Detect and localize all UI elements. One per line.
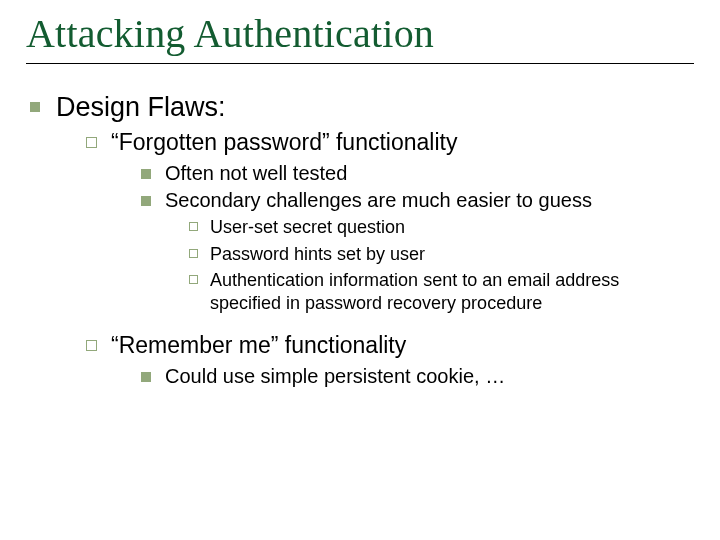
hollow-square-bullet-icon	[189, 275, 198, 284]
list-item: Design Flaws: “Forgotten password” funct…	[30, 92, 694, 414]
list-item: Password hints set by user	[189, 243, 694, 270]
list-item: Often not well tested	[141, 162, 694, 189]
square-bullet-icon	[141, 372, 151, 382]
level-4-list: User-set secret question Password hints …	[189, 216, 694, 318]
list-item: Secondary challenges are much easier to …	[141, 189, 694, 322]
level-3-list: Often not well tested Secondary challeng…	[141, 162, 694, 322]
level-1-text: Design Flaws:	[56, 92, 226, 122]
level-4-text: User-set secret question	[210, 217, 405, 237]
hollow-square-bullet-icon	[86, 340, 97, 351]
square-bullet-icon	[30, 102, 40, 112]
hollow-square-bullet-icon	[189, 222, 198, 231]
slide-title: Attacking Authentication	[26, 10, 694, 57]
level-3-list: Could use simple persistent cookie, …	[141, 365, 694, 392]
hollow-square-bullet-icon	[86, 137, 97, 148]
title-rule	[26, 63, 694, 64]
level-3-text: Often not well tested	[165, 162, 347, 184]
list-item: Could use simple persistent cookie, …	[141, 365, 694, 392]
square-bullet-icon	[141, 196, 151, 206]
level-4-text: Password hints set by user	[210, 244, 425, 264]
level-3-text: Could use simple persistent cookie, …	[165, 365, 505, 387]
square-bullet-icon	[141, 169, 151, 179]
list-item: Authentication information sent to an em…	[189, 269, 694, 318]
level-1-list: Design Flaws: “Forgotten password” funct…	[30, 92, 694, 414]
list-item: “Forgotten password” functionality Often…	[86, 129, 694, 332]
hollow-square-bullet-icon	[189, 249, 198, 258]
level-2-text: “Forgotten password” functionality	[111, 129, 457, 155]
slide: Attacking Authentication Design Flaws: “…	[0, 0, 720, 540]
level-2-list: “Forgotten password” functionality Often…	[86, 129, 694, 402]
list-item: User-set secret question	[189, 216, 694, 243]
level-4-text: Authentication information sent to an em…	[210, 270, 619, 313]
list-item: “Remember me” functionality Could use si…	[86, 332, 694, 402]
level-2-text: “Remember me” functionality	[111, 332, 406, 358]
level-3-text: Secondary challenges are much easier to …	[165, 189, 592, 211]
